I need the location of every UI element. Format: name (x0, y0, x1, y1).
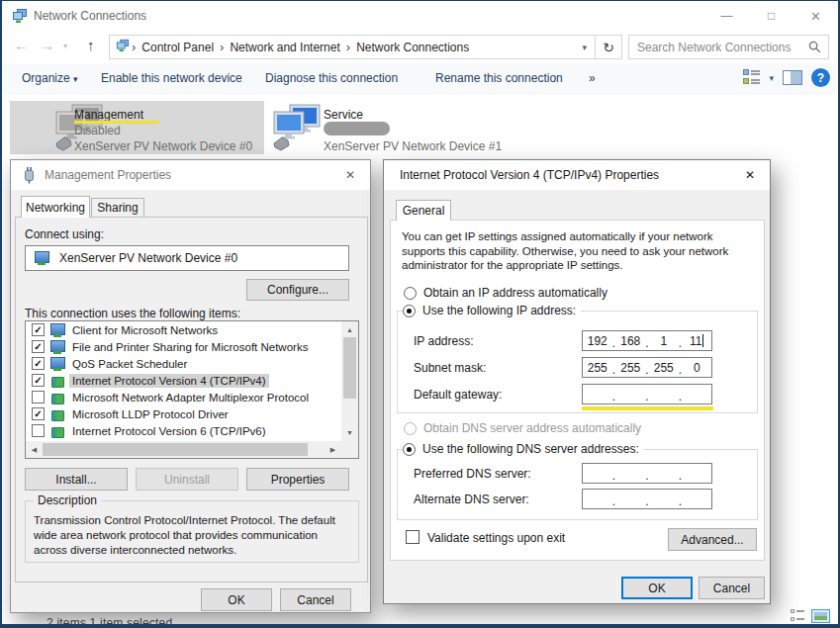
radio-icon[interactable] (404, 287, 417, 300)
close-button[interactable]: ✕ (793, 1, 838, 31)
tab-sharing[interactable]: Sharing (91, 198, 144, 218)
ok-button[interactable]: OK (621, 577, 693, 599)
properties-button[interactable]: Properties (246, 468, 349, 491)
scroll-left-icon[interactable]: ◀ (26, 441, 43, 458)
cancel-button[interactable]: Cancel (699, 577, 765, 599)
toolbar-overflow-button[interactable]: » (589, 71, 596, 85)
scroll-up-icon[interactable]: ▲ (341, 321, 358, 338)
protocol-item[interactable]: ✓Client for Microsoft Networks (26, 321, 341, 338)
protocol-list[interactable]: ✓Client for Microsoft Networks✓File and … (25, 320, 359, 459)
item-checkbox[interactable] (32, 391, 45, 404)
protocol-item[interactable]: ✓QoS Packet Scheduler (26, 355, 341, 372)
breadcrumb-network-and-internet[interactable]: Network and Internet (226, 41, 343, 54)
protocol-item[interactable]: Microsoft Network Adapter Multiplexor Pr… (26, 389, 341, 405)
connection-tile-service[interactable]: Service XenServer PV Network Device #1 (269, 101, 518, 154)
scroll-down-icon[interactable]: ▼ (341, 424, 358, 441)
tab-networking[interactable]: Networking (21, 196, 90, 218)
connection-name: Management (74, 108, 143, 122)
scrollbar-thumb[interactable] (343, 337, 356, 399)
change-view-icon[interactable] (743, 69, 760, 86)
forward-icon[interactable]: → (40, 37, 54, 53)
protocol-item[interactable]: ✓Microsoft LLDP Protocol Driver (26, 405, 341, 422)
address-box[interactable]: › Control Panel › Network and Internet ›… (109, 35, 622, 59)
radio-use-ip[interactable]: Use the following IP address: (403, 304, 581, 317)
configure-button[interactable]: Configure... (246, 279, 349, 301)
management-properties-dialog: Management Properties ✕ Networking Shari… (10, 159, 371, 613)
preferred-dns-label: Preferred DNS server: (414, 467, 531, 481)
protocol-item[interactable]: ✓File and Printer Sharing for Microsoft … (26, 338, 341, 355)
scroll-right-icon[interactable]: ▶ (325, 441, 341, 458)
cancel-button[interactable]: Cancel (280, 588, 351, 611)
protocol-item[interactable]: ✓Internet Protocol Version 4 (TCP/IPv4) (26, 372, 341, 389)
search-placeholder: Search Network Connections (629, 41, 808, 54)
window-title: Network Connections (34, 9, 146, 23)
view-dropdown-icon[interactable]: ▾ (769, 73, 774, 83)
radio-selected-icon[interactable] (403, 443, 416, 456)
breadcrumb-control-panel[interactable]: Control Panel (138, 41, 218, 54)
radio-use-dns[interactable]: Use the following DNS server addresses: (403, 442, 644, 456)
advanced-button[interactable]: Advanced... (668, 528, 757, 551)
protocol-list-rows: ✓Client for Microsoft Networks✓File and … (26, 321, 358, 439)
protocol-item[interactable]: Internet Protocol Version 6 (TCP/IPv6) (26, 422, 341, 439)
default-gateway-label: Default gateway: (414, 388, 502, 402)
up-icon[interactable]: ↑ (87, 37, 95, 53)
search-icon[interactable] (808, 41, 821, 53)
default-gateway-field[interactable]: . . . (582, 384, 712, 404)
help-icon[interactable]: ? (811, 68, 830, 87)
validate-label: Validate settings upon exit (427, 531, 565, 545)
uninstall-button[interactable]: Uninstall (136, 468, 238, 491)
redaction-pill (324, 122, 390, 135)
ip-address-field[interactable]: 192. 168. 1. 11 (582, 330, 712, 351)
description-title: Description (34, 493, 101, 507)
description-text: Transmission Control Protocol/Internet P… (34, 513, 348, 558)
connection-name: Service (324, 108, 363, 122)
command-bar: Organize ▾ Enable this network device Di… (2, 63, 838, 95)
connection-tile-management[interactable]: Management Disabled XenServer PV Network… (10, 101, 264, 154)
radio-selected-icon[interactable] (403, 305, 416, 317)
vertical-scrollbar[interactable]: ▲ ▼ (341, 321, 358, 441)
subnet-mask-field[interactable]: 255. 255. 255. 0 (582, 357, 712, 378)
item-checkbox[interactable]: ✓ (32, 323, 45, 336)
validate-checkbox[interactable] (406, 530, 420, 544)
details-view-icon[interactable] (790, 609, 805, 623)
item-checkbox[interactable]: ✓ (32, 340, 45, 353)
search-box[interactable]: Search Network Connections (628, 35, 829, 59)
close-icon[interactable]: ✕ (330, 160, 370, 190)
tab-general[interactable]: General (396, 200, 451, 221)
client-icon (49, 323, 65, 337)
ip-address-label: IP address: (414, 334, 473, 348)
back-icon[interactable]: ← (14, 37, 29, 53)
protocol-icon (49, 374, 65, 388)
preview-pane-icon[interactable] (783, 70, 802, 85)
connection-device: XenServer PV Network Device #1 (324, 139, 502, 153)
item-checkbox[interactable]: ✓ (32, 374, 45, 387)
ok-button[interactable]: OK (201, 588, 272, 611)
breadcrumb-network-connections[interactable]: Network Connections (352, 41, 473, 54)
close-icon[interactable]: ✕ (730, 160, 770, 190)
use-dns-groupbox (397, 449, 758, 520)
address-dropdown-icon[interactable]: ▾ (574, 43, 595, 52)
thumbnail-view-icon[interactable] (811, 609, 830, 623)
enable-device-button[interactable]: Enable this network device (101, 71, 242, 85)
connection-status: Disabled (74, 124, 121, 137)
rename-connection-button[interactable]: Rename this connection (435, 71, 563, 85)
horizontal-scrollbar[interactable]: ◀ ▶ (26, 441, 341, 458)
install-button[interactable]: Install... (25, 468, 128, 491)
ipv4-properties-dialog: Internet Protocol Version 4 (TCP/IPv4) P… (383, 159, 771, 604)
preferred-dns-field[interactable]: . . . (582, 463, 712, 484)
organize-button[interactable]: Organize ▾ (22, 71, 78, 85)
item-checkbox[interactable]: ✓ (32, 357, 45, 370)
minimize-button[interactable]: — (704, 1, 749, 31)
radio-disabled-icon[interactable] (404, 422, 417, 435)
diagnose-connection-button[interactable]: Diagnose this connection (265, 71, 398, 85)
radio-obtain-ip[interactable]: Obtain an IP address automatically (404, 286, 607, 300)
scrollbar-thumb[interactable] (43, 443, 308, 456)
refresh-icon[interactable]: ↻ (596, 40, 621, 55)
address-bar: ← → ▾ ↑ › Control Panel › Network and In… (2, 31, 838, 63)
alternate-dns-field[interactable]: . . . (582, 489, 712, 509)
maximize-button[interactable]: □ (749, 1, 793, 31)
radio-obtain-dns[interactable]: Obtain DNS server address automatically (404, 421, 641, 435)
item-checkbox[interactable]: ✓ (32, 407, 45, 420)
item-checkbox[interactable] (32, 424, 45, 437)
nav-history-chevron-icon[interactable]: ▾ (63, 42, 67, 50)
